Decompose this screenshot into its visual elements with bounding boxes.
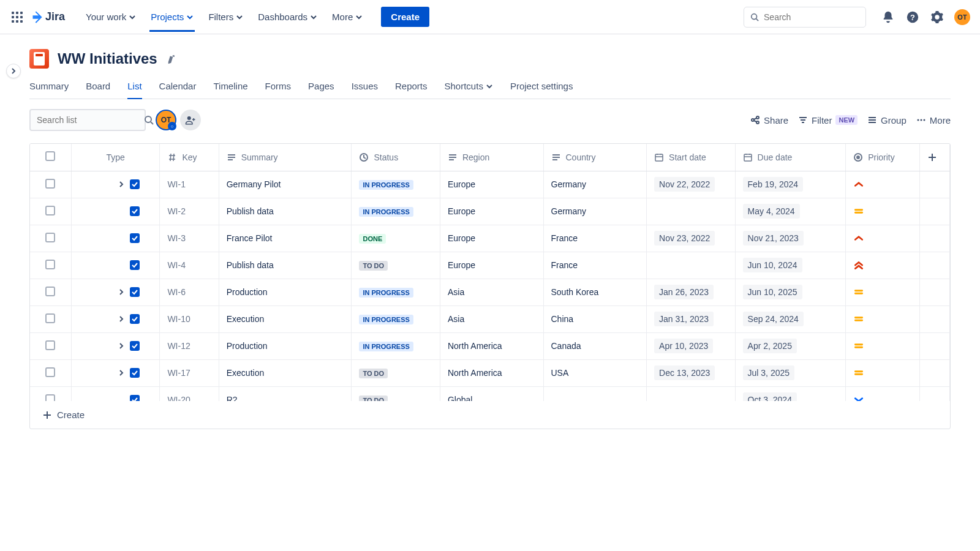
- settings-icon[interactable]: [930, 10, 944, 24]
- row-status[interactable]: DONE: [352, 225, 440, 252]
- row-country[interactable]: USA: [543, 359, 647, 386]
- row-status[interactable]: IN PROGRESS: [352, 171, 440, 198]
- row-status[interactable]: IN PROGRESS: [352, 332, 440, 359]
- table-row[interactable]: WI-3France PilotDONEEuropeFranceNov 23, …: [30, 225, 950, 252]
- start-date-chip[interactable]: Jan 31, 2023: [654, 312, 714, 326]
- checkbox-icon[interactable]: [45, 313, 55, 323]
- row-start-date[interactable]: Apr 10, 2023: [647, 332, 735, 359]
- share-button[interactable]: Share: [750, 115, 788, 126]
- status-lozenge[interactable]: DONE: [359, 234, 386, 244]
- create-button[interactable]: Create: [381, 7, 429, 27]
- col-header-start-date[interactable]: Start date: [647, 144, 735, 171]
- row-status[interactable]: TO DO: [352, 252, 440, 279]
- row-start-date[interactable]: Jan 26, 2023: [647, 279, 735, 305]
- row-summary[interactable]: Production: [219, 279, 352, 305]
- due-date-chip[interactable]: Apr 2, 2025: [743, 339, 797, 353]
- status-lozenge[interactable]: TO DO: [359, 395, 388, 402]
- edit-project-icon[interactable]: [166, 53, 177, 64]
- row-due-date[interactable]: Nov 21, 2023: [735, 225, 846, 252]
- col-header-type[interactable]: Type: [71, 144, 159, 171]
- row-summary[interactable]: Production: [219, 332, 352, 359]
- row-country[interactable]: France: [543, 252, 647, 279]
- row-checkbox-cell[interactable]: [30, 225, 71, 252]
- create-row-button[interactable]: Create: [30, 401, 950, 429]
- row-due-date[interactable]: Oct 3, 2024: [735, 386, 846, 401]
- col-header-region[interactable]: Region: [440, 144, 543, 171]
- row-region[interactable]: Europe: [440, 171, 543, 198]
- status-lozenge[interactable]: IN PROGRESS: [359, 315, 413, 324]
- nav-your-work[interactable]: Your work: [80, 8, 142, 26]
- nav-more[interactable]: More: [326, 8, 369, 26]
- row-region[interactable]: Global: [440, 386, 543, 401]
- table-row[interactable]: WI-4Publish dataTO DOEuropeFranceJun 10,…: [30, 252, 950, 279]
- row-status[interactable]: TO DO: [352, 359, 440, 386]
- table-row[interactable]: WI-12ProductionIN PROGRESSNorth AmericaC…: [30, 332, 950, 359]
- checkbox-icon[interactable]: [45, 394, 55, 402]
- table-row[interactable]: WI-17ExecutionTO DONorth AmericaUSADec 1…: [30, 359, 950, 386]
- row-summary[interactable]: France Pilot: [219, 225, 352, 252]
- row-region[interactable]: Europe: [440, 252, 543, 279]
- user-avatar[interactable]: OT ○: [156, 110, 176, 130]
- checkbox-icon[interactable]: [45, 287, 55, 296]
- row-priority[interactable]: [846, 386, 919, 401]
- tab-calendar[interactable]: Calendar: [159, 77, 197, 99]
- row-priority[interactable]: [846, 198, 919, 225]
- help-icon[interactable]: ?: [905, 10, 920, 24]
- notifications-icon[interactable]: [881, 10, 895, 24]
- status-lozenge[interactable]: IN PROGRESS: [359, 180, 413, 190]
- row-status[interactable]: TO DO: [352, 386, 440, 401]
- expand-chevron-icon[interactable]: [118, 181, 125, 188]
- due-date-chip[interactable]: Jun 10, 2024: [743, 258, 802, 272]
- col-header-checkbox[interactable]: [30, 144, 71, 171]
- row-due-date[interactable]: Apr 2, 2025: [735, 332, 846, 359]
- start-date-chip[interactable]: Apr 10, 2023: [654, 339, 713, 353]
- start-date-chip[interactable]: Nov 23, 2022: [654, 231, 715, 246]
- row-region[interactable]: Europe: [440, 225, 543, 252]
- tab-list[interactable]: List: [127, 77, 141, 99]
- checkbox-icon[interactable]: [45, 367, 55, 377]
- filter-button[interactable]: Filter NEW: [798, 115, 858, 126]
- row-summary[interactable]: Germany Pilot: [219, 171, 352, 198]
- checkbox-icon[interactable]: [45, 151, 55, 161]
- row-summary[interactable]: Execution: [219, 305, 352, 332]
- expand-chevron-icon[interactable]: [118, 288, 125, 296]
- current-user-avatar[interactable]: OT: [954, 9, 970, 25]
- tab-forms[interactable]: Forms: [265, 77, 292, 99]
- row-checkbox-cell[interactable]: [30, 252, 71, 279]
- row-checkbox-cell[interactable]: [30, 198, 71, 225]
- expand-chevron-icon[interactable]: [118, 369, 125, 377]
- add-person-button[interactable]: [180, 110, 201, 130]
- row-type-cell[interactable]: [71, 252, 159, 279]
- col-header-due-date[interactable]: Due date: [735, 144, 846, 171]
- row-priority[interactable]: [846, 279, 919, 305]
- tab-shortcuts[interactable]: Shortcuts: [445, 77, 493, 99]
- tab-reports[interactable]: Reports: [395, 77, 428, 99]
- row-key[interactable]: WI-3: [160, 225, 219, 252]
- brand[interactable]: Jira: [29, 10, 65, 24]
- row-type-cell[interactable]: [71, 225, 159, 252]
- global-search[interactable]: [744, 7, 866, 28]
- row-country[interactable]: Canada: [543, 332, 647, 359]
- status-lozenge[interactable]: TO DO: [359, 369, 388, 378]
- row-country[interactable]: China: [543, 305, 647, 332]
- col-header-country[interactable]: Country: [543, 144, 647, 171]
- tab-timeline[interactable]: Timeline: [213, 77, 247, 99]
- nav-dashboards[interactable]: Dashboards: [252, 8, 323, 26]
- row-country[interactable]: [543, 386, 647, 401]
- tab-project-settings[interactable]: Project settings: [510, 77, 573, 99]
- table-row[interactable]: WI-20R2TO DOGlobalOct 3, 2024: [30, 386, 950, 401]
- row-due-date[interactable]: Sep 24, 2024: [735, 305, 846, 332]
- row-priority[interactable]: [846, 171, 919, 198]
- col-header-priority[interactable]: Priority: [846, 144, 919, 171]
- row-key[interactable]: WI-17: [160, 359, 219, 386]
- tab-pages[interactable]: Pages: [308, 77, 334, 99]
- row-status[interactable]: IN PROGRESS: [352, 305, 440, 332]
- row-due-date[interactable]: Feb 19, 2024: [735, 171, 846, 198]
- row-country[interactable]: Germany: [543, 171, 647, 198]
- row-due-date[interactable]: Jun 10, 2024: [735, 252, 846, 279]
- row-key[interactable]: WI-10: [160, 305, 219, 332]
- row-key[interactable]: WI-12: [160, 332, 219, 359]
- tab-board[interactable]: Board: [86, 77, 110, 99]
- row-country[interactable]: Germany: [543, 198, 647, 225]
- row-region[interactable]: North America: [440, 332, 543, 359]
